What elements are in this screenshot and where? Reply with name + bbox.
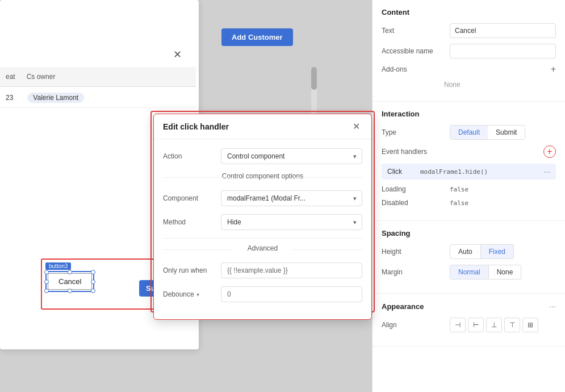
table-header: eat Cs owner: [0, 67, 196, 87]
scrollbar-thumb[interactable]: [311, 67, 317, 90]
only-run-when-label: Only run when: [163, 266, 214, 274]
align-row: Align ⊣ ⊢ ⊥ ⊤ ⊞: [382, 318, 556, 332]
component-label: Component: [163, 194, 214, 202]
margin-normal-btn[interactable]: Normal: [450, 265, 489, 280]
height-row: Height Auto Fixed: [382, 244, 556, 259]
add-ons-label: Add-ons: [382, 65, 444, 73]
spacing-title: Spacing: [382, 229, 556, 237]
accessible-name-label: Accessible name: [382, 47, 444, 55]
add-ons-none: None: [444, 81, 461, 89]
click-event-more-icon[interactable]: ···: [543, 167, 550, 176]
resize-handle-tl[interactable]: [44, 270, 49, 274]
action-select[interactable]: Control component: [221, 148, 362, 164]
loading-row: Loading false: [382, 185, 556, 193]
appearance-more-icon[interactable]: ···: [549, 302, 556, 311]
col-eat: eat: [6, 73, 15, 81]
action-select-wrapper[interactable]: Control component: [221, 148, 362, 164]
method-select[interactable]: Hide: [221, 214, 362, 230]
canvas-button-outer[interactable]: Cancel: [45, 271, 94, 292]
canvas-cancel-button[interactable]: Cancel: [48, 273, 92, 290]
appearance-section: Appearance ··· Align ⊣ ⊢ ⊥ ⊤ ⊞: [373, 294, 565, 347]
height-btn-group: Auto Fixed: [450, 244, 514, 259]
align-right-icon[interactable]: ⊥: [486, 318, 502, 332]
resize-handle-lm[interactable]: [44, 280, 49, 284]
align-icons-group: ⊣ ⊢ ⊥ ⊤ ⊞: [450, 318, 538, 332]
spacing-section: Spacing Height Auto Fixed Margin Normal …: [373, 221, 565, 294]
height-label: Height: [382, 248, 444, 256]
content-section: Content Text Accessible name Add-ons + N…: [373, 0, 565, 102]
align-left-icon[interactable]: ⊣: [450, 318, 466, 332]
click-event-code: modalFrame1.hide(): [420, 168, 539, 176]
margin-row: Margin Normal None: [382, 265, 556, 280]
margin-label: Margin: [382, 268, 444, 276]
text-label: Text: [382, 27, 444, 35]
dialog-header: Edit click handler ✕: [154, 114, 371, 139]
interaction-section: Interaction Type Default Submit Event ha…: [373, 102, 565, 221]
dialog-body: Action Control component Control compone…: [154, 139, 371, 319]
debounce-row: Debounce ▾: [163, 286, 362, 302]
canvas-button-label: button3: [45, 262, 71, 270]
resize-handle-tm[interactable]: [68, 270, 72, 274]
event-handlers-label: Event handlers: [382, 148, 444, 156]
add-ons-plus-icon[interactable]: +: [551, 64, 556, 74]
type-submit-btn[interactable]: Submit: [488, 126, 525, 139]
advanced-header: Advanced: [163, 244, 362, 255]
add-customer-button[interactable]: Add Customer: [221, 28, 293, 46]
dialog-close-button[interactable]: ✕: [350, 121, 362, 132]
method-select-wrapper[interactable]: Hide: [221, 214, 362, 230]
align-center-h-icon[interactable]: ⊢: [468, 318, 484, 332]
divider: [163, 238, 362, 239]
type-btn-group: Default Submit: [450, 125, 525, 140]
click-handler-row[interactable]: Click modalFrame1.hide() ···: [382, 164, 556, 180]
resize-handle-bl[interactable]: [44, 289, 49, 293]
add-event-handler-button[interactable]: +: [543, 145, 556, 158]
debounce-label-wrapper: Debounce ▾: [163, 290, 214, 298]
accessible-name-input[interactable]: [450, 44, 556, 59]
appearance-title: Appearance: [382, 302, 424, 311]
col-cs-owner: Cs owner: [27, 73, 56, 81]
component-select-wrapper[interactable]: modalFrame1 (Modal Fr...: [221, 190, 362, 206]
accessible-name-row: Accessible name: [382, 44, 556, 59]
table-row: 23 Valerie Lamont: [0, 88, 196, 108]
row-badge: Valerie Lamont: [27, 93, 84, 103]
resize-handle-rm[interactable]: [91, 280, 95, 284]
align-label: Align: [382, 321, 444, 329]
margin-btn-group: Normal None: [450, 265, 521, 280]
interaction-title: Interaction: [382, 110, 556, 118]
margin-none-btn[interactable]: None: [489, 265, 522, 280]
method-label: Method: [163, 218, 214, 226]
height-fixed-btn[interactable]: Fixed: [481, 244, 514, 259]
row-number: 23: [6, 94, 13, 102]
add-ons-row: Add-ons +: [382, 64, 556, 74]
click-event-label: Click: [387, 168, 416, 176]
component-row: Component modalFrame1 (Modal Fr...: [163, 190, 362, 206]
disabled-row: Disabled false: [382, 199, 556, 207]
align-top-icon[interactable]: ⊤: [504, 318, 520, 332]
component-select[interactable]: modalFrame1 (Modal Fr...: [221, 190, 362, 206]
text-input-field[interactable]: [450, 23, 556, 38]
debounce-input[interactable]: [221, 286, 362, 302]
text-row: Text: [382, 23, 556, 38]
edit-click-handler-dialog: Edit click handler ✕ Action Control comp…: [153, 114, 372, 320]
action-row: Action Control component: [163, 148, 362, 164]
type-row: Type Default Submit: [382, 125, 556, 140]
align-justify-icon[interactable]: ⊞: [522, 318, 538, 332]
disabled-label: Disabled: [382, 199, 444, 207]
action-label: Action: [163, 152, 214, 160]
method-row: Method Hide: [163, 214, 362, 230]
type-default-btn[interactable]: Default: [450, 126, 488, 139]
control-options-header: Control component options: [163, 172, 362, 182]
disabled-value: false: [450, 199, 468, 207]
debounce-dropdown-icon[interactable]: ▾: [196, 291, 199, 298]
only-run-when-row: Only run when: [163, 262, 362, 278]
right-panel: Content Text Accessible name Add-ons + N…: [372, 0, 565, 392]
only-run-when-input[interactable]: [221, 262, 362, 278]
resize-handle-bm[interactable]: [68, 289, 72, 293]
debounce-label: Debounce: [163, 290, 194, 298]
event-handlers-row: Event handlers +: [382, 145, 556, 158]
dialog-title: Edit click handler: [163, 122, 229, 131]
content-title: Content: [382, 8, 556, 16]
canvas-button-widget: button3 Cancel: [45, 261, 94, 292]
height-auto-btn[interactable]: Auto: [450, 244, 481, 259]
close-icon[interactable]: ✕: [173, 48, 182, 61]
